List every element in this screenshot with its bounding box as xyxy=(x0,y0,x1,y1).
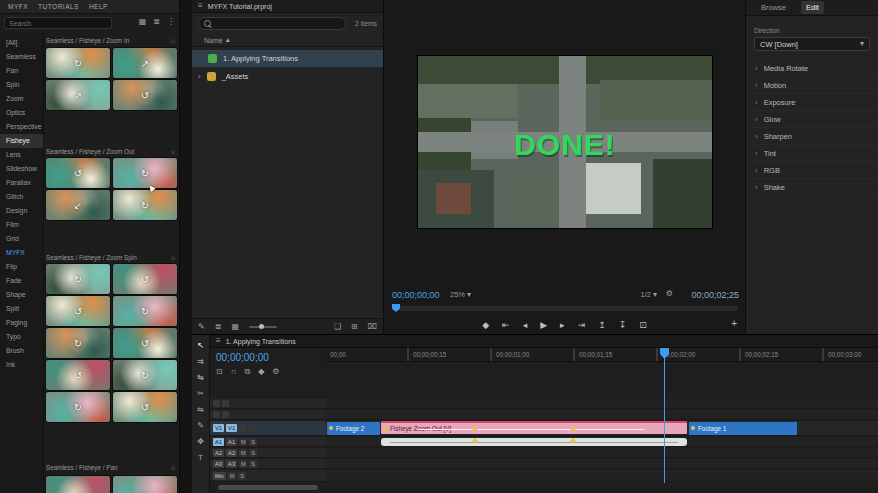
export-frame-icon[interactable]: ⊡ xyxy=(639,320,647,330)
timeline-timecode[interactable]: 00;00;00;00 xyxy=(216,352,269,363)
category-slideshow[interactable]: Slideshow xyxy=(0,162,43,176)
category-paging[interactable]: Paging xyxy=(0,316,43,330)
favorite-star-icon[interactable]: ☆ xyxy=(170,464,176,471)
transition-thumbnail[interactable]: ↻ xyxy=(113,360,177,390)
new-bin-icon[interactable]: ❏ xyxy=(334,323,341,331)
solo-button[interactable]: S xyxy=(249,438,257,446)
audio-clip[interactable] xyxy=(381,438,687,446)
transition-thumbnail[interactable]: ↻ xyxy=(113,190,177,220)
track-lane-v3[interactable] xyxy=(326,399,878,409)
category-design[interactable]: Design xyxy=(0,204,43,218)
program-scrubber[interactable] xyxy=(392,306,738,311)
step-forward-icon[interactable]: ▸ xyxy=(560,320,565,330)
group-sharpen[interactable]: ›Sharpen xyxy=(746,128,878,145)
category-split[interactable]: Split xyxy=(0,302,43,316)
extract-icon[interactable]: ↧ xyxy=(619,320,627,330)
source-patch-a1[interactable]: A1 xyxy=(213,438,224,446)
mute-button[interactable]: M xyxy=(239,438,247,446)
menu-item-help[interactable]: HELP xyxy=(89,3,108,10)
track-header-a2[interactable]: A2 A2 M S xyxy=(210,448,326,458)
snap-icon[interactable]: ∩ xyxy=(231,368,237,376)
transition-thumbnail[interactable]: ↺ xyxy=(113,264,177,294)
favorite-star-icon[interactable]: ☆ xyxy=(170,148,176,155)
group-tint[interactable]: ›Tint xyxy=(746,145,878,162)
transition-thumbnail[interactable]: ↺ xyxy=(46,296,110,326)
source-patch-a2[interactable]: A2 xyxy=(213,449,224,457)
add-button[interactable]: + xyxy=(731,318,737,329)
lift-icon[interactable]: ↥ xyxy=(598,320,606,330)
direction-dropdown[interactable]: CW [Down] ▾ xyxy=(754,37,870,51)
source-patch-v1[interactable]: V1 xyxy=(213,424,224,432)
pen-tool[interactable]: ✎ xyxy=(197,421,204,430)
transition-thumbnail[interactable]: ↻ xyxy=(46,328,110,358)
selection-tool[interactable]: ↖ xyxy=(197,341,204,350)
category-lens[interactable]: Lens xyxy=(0,148,43,162)
keyframe-icon[interactable] xyxy=(570,426,576,432)
linked-selection-icon[interactable]: ⧉ xyxy=(244,368,250,376)
source-patch-a3[interactable]: A3 xyxy=(213,460,224,468)
transition-thumbnail[interactable]: ↺ xyxy=(46,158,110,188)
track-button[interactable] xyxy=(222,411,229,418)
keyframe-icon[interactable] xyxy=(472,438,478,444)
category-perspective[interactable]: Perspective xyxy=(0,120,43,134)
step-back-icon[interactable]: ◂ xyxy=(523,320,528,330)
track-header-mix[interactable]: Mix M S xyxy=(210,470,326,482)
category-optics[interactable]: Optics xyxy=(0,106,43,120)
group-glow[interactable]: ›Glow xyxy=(746,111,878,128)
hand-tool[interactable]: ✥ xyxy=(197,437,204,446)
transition-thumbnail[interactable]: ↗ xyxy=(113,48,177,78)
track-button[interactable] xyxy=(222,400,229,407)
favorite-star-icon[interactable]: ☆ xyxy=(170,37,176,44)
transitions-search-input[interactable] xyxy=(4,17,112,29)
playhead-line[interactable] xyxy=(664,348,665,483)
track-header-v1[interactable]: V1 V1 xyxy=(210,421,326,436)
track-lane-mix[interactable] xyxy=(326,470,878,482)
transition-thumbnail[interactable]: ↻ xyxy=(113,296,177,326)
mute-button[interactable]: M xyxy=(228,472,236,480)
category-flip[interactable]: Flip xyxy=(0,260,43,274)
thumbnail-size-slider[interactable] xyxy=(249,326,277,328)
category-parallax[interactable]: Parallax xyxy=(0,176,43,190)
go-to-in-icon[interactable]: ⇤ xyxy=(502,320,510,330)
category-fisheye[interactable]: Fisheye xyxy=(0,134,43,148)
timeline-tab[interactable]: ≡ 1. Applying Transitions xyxy=(210,335,878,348)
track-header-a3[interactable]: A3 A3 M S xyxy=(210,459,326,469)
list-view-icon[interactable]: ≣ xyxy=(153,18,160,26)
track-target-a2[interactable]: A2 xyxy=(226,449,237,457)
nest-toggle-icon[interactable]: ⊡ xyxy=(216,368,223,376)
project-search-field[interactable] xyxy=(198,17,346,30)
transition-thumbnail[interactable]: ↺ xyxy=(113,80,177,110)
monitor-settings-icon[interactable]: ⚙ xyxy=(666,290,673,298)
solo-button[interactable]: S xyxy=(249,449,257,457)
category-shape[interactable]: Shape xyxy=(0,288,43,302)
add-marker-icon[interactable]: ◆ xyxy=(258,368,264,376)
solo-button[interactable]: S xyxy=(238,472,246,480)
track-visibility-button[interactable] xyxy=(248,425,255,432)
transition-thumbnail[interactable]: ↙ xyxy=(46,190,110,220)
transition-thumbnail[interactable]: ↻ xyxy=(46,392,110,422)
category-myfx[interactable]: MYFX xyxy=(0,246,43,260)
mute-button[interactable]: M xyxy=(239,449,247,457)
tab-browse[interactable]: Browse xyxy=(756,1,791,14)
track-header-v2[interactable] xyxy=(210,410,326,420)
clip-footage-1[interactable]: Footage 1 xyxy=(689,422,797,435)
menu-item-myfx[interactable]: MYFX xyxy=(8,3,28,10)
group-motion[interactable]: ›Motion xyxy=(746,77,878,94)
project-row-bin[interactable]: › _Assets xyxy=(192,68,383,85)
delete-icon[interactable]: ⌧ xyxy=(368,323,377,331)
track-lane-a3[interactable] xyxy=(326,459,878,469)
category-all[interactable]: [All] xyxy=(0,36,43,50)
razor-tool[interactable]: ✂ xyxy=(197,389,204,398)
clip-footage-2[interactable]: Footage 2 xyxy=(327,422,380,435)
list-view-icon[interactable]: ≣ xyxy=(215,323,222,331)
category-ink[interactable]: Ink xyxy=(0,358,43,372)
tab-edit[interactable]: Edit xyxy=(801,1,824,14)
category-film[interactable]: Film xyxy=(0,218,43,232)
transition-thumbnail[interactable]: ↻ xyxy=(46,264,110,294)
play-icon[interactable]: ▶ xyxy=(540,320,547,330)
track-button[interactable] xyxy=(213,411,220,418)
name-column-header[interactable]: Name ▴ xyxy=(192,34,383,47)
group-media-rotate[interactable]: ›Media Rotate xyxy=(746,60,878,77)
track-lane-a2[interactable] xyxy=(326,448,878,458)
timeline-settings-icon[interactable]: ⚙ xyxy=(272,368,279,376)
